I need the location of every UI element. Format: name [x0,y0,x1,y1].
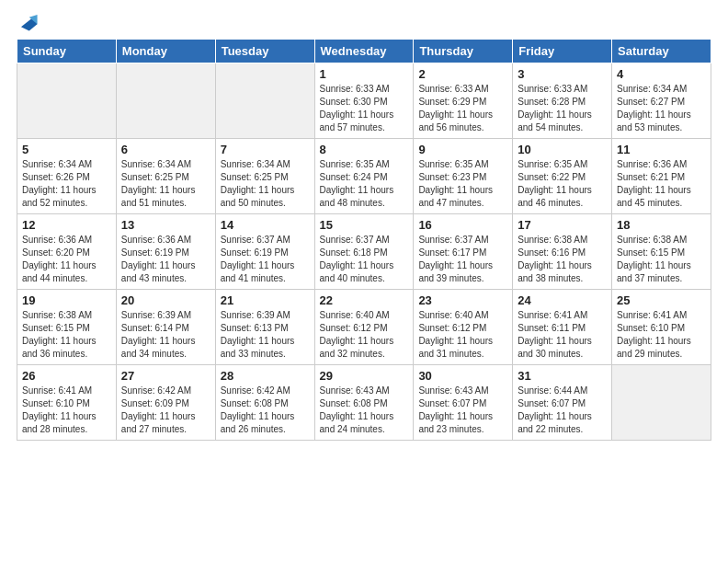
calendar-cell: 4Sunrise: 6:34 AMSunset: 6:27 PMDaylight… [612,63,711,138]
day-info: Sunrise: 6:39 AMSunset: 6:14 PMDaylight:… [121,309,210,361]
day-number: 17 [518,218,607,232]
day-info: Sunrise: 6:36 AMSunset: 6:19 PMDaylight:… [121,234,210,285]
day-number: 8 [320,143,409,156]
calendar-cell: 13Sunrise: 6:36 AMSunset: 6:19 PMDayligh… [116,213,215,289]
calendar-cell: 28Sunrise: 6:42 AMSunset: 6:08 PMDayligh… [215,364,314,440]
day-info: Sunrise: 6:33 AMSunset: 6:28 PMDaylight:… [518,83,607,134]
generalblue-logo-icon [18,12,39,32]
calendar-cell: 9Sunrise: 6:35 AMSunset: 6:23 PMDaylight… [414,138,513,213]
weekday-header-monday: Monday [116,39,215,63]
day-info: Sunrise: 6:44 AMSunset: 6:07 PMDaylight:… [518,385,607,436]
day-info: Sunrise: 6:38 AMSunset: 6:16 PMDaylight:… [518,234,607,285]
calendar-week-row: 19Sunrise: 6:38 AMSunset: 6:15 PMDayligh… [17,289,711,364]
day-number: 26 [22,369,111,383]
calendar-cell: 30Sunrise: 6:43 AMSunset: 6:07 PMDayligh… [414,364,513,440]
page: SundayMondayTuesdayWednesdayThursdayFrid… [0,0,728,563]
calendar-cell: 7Sunrise: 6:34 AMSunset: 6:25 PMDaylight… [215,138,314,213]
day-info: Sunrise: 6:33 AMSunset: 6:30 PMDaylight:… [320,83,409,134]
day-number: 11 [617,143,706,156]
weekday-header-wednesday: Wednesday [314,39,414,63]
day-info: Sunrise: 6:40 AMSunset: 6:12 PMDaylight:… [418,309,507,361]
day-number: 27 [121,369,210,383]
day-number: 12 [22,218,111,232]
day-number: 9 [418,143,507,156]
day-info: Sunrise: 6:37 AMSunset: 6:18 PMDaylight:… [320,234,409,285]
day-info: Sunrise: 6:34 AMSunset: 6:26 PMDaylight:… [22,158,111,210]
weekday-header-tuesday: Tuesday [215,39,314,63]
day-info: Sunrise: 6:42 AMSunset: 6:09 PMDaylight:… [121,385,210,436]
calendar-cell: 2Sunrise: 6:33 AMSunset: 6:29 PMDaylight… [414,63,513,138]
calendar-week-row: 12Sunrise: 6:36 AMSunset: 6:20 PMDayligh… [17,213,711,289]
day-info: Sunrise: 6:34 AMSunset: 6:25 PMDaylight:… [121,158,210,210]
day-number: 3 [518,67,607,81]
logo-area [17,9,39,33]
calendar-cell: 23Sunrise: 6:40 AMSunset: 6:12 PMDayligh… [414,289,513,364]
day-number: 5 [22,143,111,156]
day-info: Sunrise: 6:41 AMSunset: 6:11 PMDaylight:… [518,309,607,361]
calendar-cell: 19Sunrise: 6:38 AMSunset: 6:15 PMDayligh… [17,289,117,364]
weekday-header-sunday: Sunday [17,39,117,63]
calendar-cell: 12Sunrise: 6:36 AMSunset: 6:20 PMDayligh… [17,213,117,289]
day-info: Sunrise: 6:43 AMSunset: 6:08 PMDaylight:… [320,385,409,436]
day-info: Sunrise: 6:35 AMSunset: 6:24 PMDaylight:… [320,158,409,210]
day-info: Sunrise: 6:43 AMSunset: 6:07 PMDaylight:… [418,385,507,436]
calendar-cell: 5Sunrise: 6:34 AMSunset: 6:26 PMDaylight… [17,138,117,213]
day-number: 13 [121,218,210,232]
calendar-cell [215,63,314,138]
day-number: 31 [518,369,607,383]
day-number: 16 [418,218,507,232]
calendar-cell [612,364,711,440]
day-info: Sunrise: 6:38 AMSunset: 6:15 PMDaylight:… [22,309,111,361]
calendar-cell: 1Sunrise: 6:33 AMSunset: 6:30 PMDaylight… [314,63,414,138]
day-number: 6 [121,143,210,156]
calendar-week-row: 5Sunrise: 6:34 AMSunset: 6:26 PMDaylight… [17,138,711,213]
calendar-cell: 31Sunrise: 6:44 AMSunset: 6:07 PMDayligh… [513,364,612,440]
calendar-cell: 3Sunrise: 6:33 AMSunset: 6:28 PMDaylight… [513,63,612,138]
calendar-week-row: 26Sunrise: 6:41 AMSunset: 6:10 PMDayligh… [17,364,711,440]
day-number: 10 [518,143,607,156]
calendar-cell: 16Sunrise: 6:37 AMSunset: 6:17 PMDayligh… [414,213,513,289]
calendar-cell: 8Sunrise: 6:35 AMSunset: 6:24 PMDaylight… [314,138,414,213]
calendar-cell: 11Sunrise: 6:36 AMSunset: 6:21 PMDayligh… [612,138,711,213]
weekday-header-row: SundayMondayTuesdayWednesdayThursdayFrid… [17,39,711,63]
day-info: Sunrise: 6:39 AMSunset: 6:13 PMDaylight:… [221,309,310,361]
day-number: 20 [121,293,210,307]
calendar-cell: 29Sunrise: 6:43 AMSunset: 6:08 PMDayligh… [314,364,414,440]
day-info: Sunrise: 6:41 AMSunset: 6:10 PMDaylight:… [617,309,706,361]
calendar-cell: 17Sunrise: 6:38 AMSunset: 6:16 PMDayligh… [513,213,612,289]
calendar-cell: 22Sunrise: 6:40 AMSunset: 6:12 PMDayligh… [314,289,414,364]
day-number: 1 [320,67,409,81]
day-number: 7 [221,143,310,156]
day-info: Sunrise: 6:34 AMSunset: 6:27 PMDaylight:… [617,83,706,134]
calendar-cell: 26Sunrise: 6:41 AMSunset: 6:10 PMDayligh… [17,364,117,440]
calendar-week-row: 1Sunrise: 6:33 AMSunset: 6:30 PMDaylight… [17,63,711,138]
calendar-cell: 15Sunrise: 6:37 AMSunset: 6:18 PMDayligh… [314,213,414,289]
header [17,9,711,33]
day-info: Sunrise: 6:36 AMSunset: 6:21 PMDaylight:… [617,158,706,210]
day-info: Sunrise: 6:37 AMSunset: 6:19 PMDaylight:… [221,234,310,285]
calendar-cell: 10Sunrise: 6:35 AMSunset: 6:22 PMDayligh… [513,138,612,213]
day-number: 21 [221,293,310,307]
day-info: Sunrise: 6:36 AMSunset: 6:20 PMDaylight:… [22,234,111,285]
day-number: 22 [320,293,409,307]
calendar-cell [116,63,215,138]
weekday-header-saturday: Saturday [612,39,711,63]
day-info: Sunrise: 6:35 AMSunset: 6:23 PMDaylight:… [418,158,507,210]
calendar-cell: 24Sunrise: 6:41 AMSunset: 6:11 PMDayligh… [513,289,612,364]
day-number: 14 [221,218,310,232]
day-number: 19 [22,293,111,307]
day-number: 15 [320,218,409,232]
day-number: 2 [418,67,507,81]
day-info: Sunrise: 6:41 AMSunset: 6:10 PMDaylight:… [22,385,111,436]
calendar-table: SundayMondayTuesdayWednesdayThursdayFrid… [17,39,711,441]
day-info: Sunrise: 6:40 AMSunset: 6:12 PMDaylight:… [320,309,409,361]
day-info: Sunrise: 6:34 AMSunset: 6:25 PMDaylight:… [221,158,310,210]
calendar-cell: 21Sunrise: 6:39 AMSunset: 6:13 PMDayligh… [215,289,314,364]
day-info: Sunrise: 6:38 AMSunset: 6:15 PMDaylight:… [617,234,706,285]
calendar-cell: 25Sunrise: 6:41 AMSunset: 6:10 PMDayligh… [612,289,711,364]
day-number: 29 [320,369,409,383]
day-info: Sunrise: 6:37 AMSunset: 6:17 PMDaylight:… [418,234,507,285]
calendar-cell: 27Sunrise: 6:42 AMSunset: 6:09 PMDayligh… [116,364,215,440]
day-info: Sunrise: 6:35 AMSunset: 6:22 PMDaylight:… [518,158,607,210]
day-number: 28 [221,369,310,383]
